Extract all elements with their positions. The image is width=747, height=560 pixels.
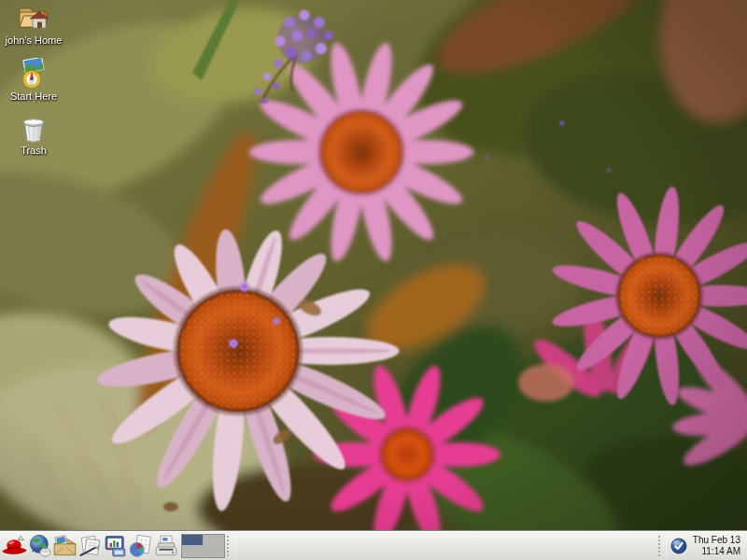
- trash-icon: [17, 114, 50, 144]
- printer-launcher[interactable]: [153, 532, 178, 560]
- web-browser-launcher[interactable]: [27, 532, 52, 560]
- printer-icon: [154, 534, 178, 558]
- desktop-icon-johns-home[interactable]: john's Home: [1, 2, 66, 58]
- panel-grip-handle[interactable]: [227, 536, 235, 556]
- taskbar-panel: Thu Feb 13 11:14 AM: [0, 530, 747, 560]
- pie-chart-document-icon: [128, 534, 153, 558]
- desktop-icon-label: Start Here: [10, 91, 57, 102]
- workspace-2[interactable]: [204, 535, 224, 546]
- clock-time: 11:14 AM: [693, 546, 740, 557]
- desktop-icon-start-here[interactable]: Start Here: [1, 58, 66, 114]
- workspace-3[interactable]: [182, 546, 203, 557]
- desktop-screen: john's Home Start Here: [0, 0, 747, 560]
- panel-grip-handle[interactable]: [658, 536, 667, 556]
- spreadsheet-launcher[interactable]: [128, 532, 153, 560]
- wallpaper-image: [0, 0, 747, 530]
- desktop-icon-label: Trash: [21, 145, 47, 156]
- desktop-icon-trash[interactable]: Trash: [1, 114, 66, 156]
- desktop-icon-label: john's Home: [6, 35, 63, 46]
- workspace-4[interactable]: [204, 546, 224, 557]
- workspace-switcher[interactable]: [181, 534, 225, 558]
- documents-pen-icon: [78, 534, 103, 558]
- word-processor-launcher[interactable]: [78, 532, 103, 560]
- slide-chart-icon: [103, 534, 128, 558]
- clock-applet[interactable]: Thu Feb 13 11:14 AM: [693, 535, 740, 557]
- update-check-icon: [670, 538, 687, 554]
- globe-mouse-icon: [28, 534, 52, 558]
- home-folder-icon: [17, 2, 50, 34]
- update-notifier-button[interactable]: [669, 532, 689, 560]
- desktop-icon-column: john's Home Start Here: [0, 2, 67, 156]
- workspace-1[interactable]: [182, 535, 203, 546]
- envelope-photo-icon: [52, 534, 78, 558]
- presentation-launcher[interactable]: [103, 532, 128, 560]
- start-here-icon: [17, 58, 50, 90]
- red-hat-icon: [2, 534, 27, 558]
- main-menu-button[interactable]: [2, 532, 27, 560]
- email-launcher[interactable]: [52, 532, 78, 560]
- clock-date: Thu Feb 13: [693, 535, 740, 546]
